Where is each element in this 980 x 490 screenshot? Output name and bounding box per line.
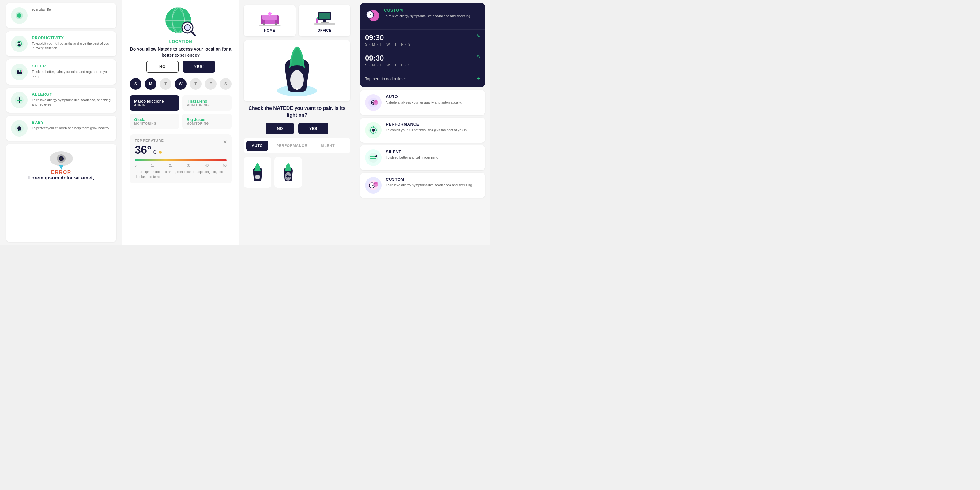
loc-card-office[interactable]: OFFICE <box>299 5 350 37</box>
temp-label: TEMPERATURE <box>135 139 227 142</box>
svg-rect-74 <box>370 158 376 159</box>
right-mode-custom[interactable]: CUSTOM To relieve allergy symptoms like … <box>360 173 485 198</box>
alarm-item-1: ✎ 09:30 S · M · T · W · T · F · S <box>360 29 485 50</box>
device-small-1 <box>244 157 271 188</box>
day-M[interactable]: M <box>145 78 156 90</box>
day-T2[interactable]: T <box>190 78 202 90</box>
silent-mode-title: SILENT <box>386 150 438 154</box>
tab-silent[interactable]: SILENT <box>315 140 340 151</box>
performance-mode-icon <box>365 122 382 138</box>
no-button[interactable]: NO <box>146 60 178 73</box>
user-role-nazareno: MONITORING <box>186 103 227 107</box>
user-card-giuda[interactable]: Giuda MONITORING <box>130 114 179 129</box>
tab-performance[interactable]: PERFORMANCE <box>271 140 313 151</box>
silent-mode-icon <box>365 150 382 166</box>
mode-card-sleep[interactable]: SLEEP To sleep better, calm your mind an… <box>6 59 116 84</box>
performance-mode-desc: To exploit your full potential and give … <box>386 128 467 132</box>
svg-point-67 <box>372 129 375 132</box>
tab-auto[interactable]: AUTO <box>246 140 268 151</box>
allergy-icon <box>11 92 27 108</box>
temp-unit: C <box>153 150 157 155</box>
globe-icon <box>162 6 199 37</box>
auto-mode-icon <box>365 94 382 111</box>
panel-right-modes: CUSTOM To relieve allergy symptoms like … <box>355 0 490 245</box>
user-card-marco[interactable]: Marco Miccichè ADMIN <box>130 95 179 111</box>
custom-mode-icon <box>365 177 382 194</box>
alarm-days-2: S · M · T · W · T · F · S <box>365 63 480 67</box>
user-name-nazareno: Il nazareno <box>186 99 227 103</box>
productivity-desc: To exploit your full potential and give … <box>32 41 111 51</box>
panel-modes-list: everyday life PRODUCTIVITY To exploit yo… <box>0 0 123 245</box>
mode-card-productivity[interactable]: PRODUCTIVITY To exploit your full potent… <box>6 31 116 56</box>
svg-point-20 <box>60 158 62 160</box>
auto-mode-desc: Natede analyses your air quality and aut… <box>386 100 464 105</box>
location-cards: HOME OFFICE <box>244 5 350 37</box>
svg-point-83 <box>375 181 377 184</box>
eye-error-icon <box>48 150 75 170</box>
svg-rect-40 <box>323 20 326 22</box>
alarm-edit-1[interactable]: ✎ <box>477 33 480 38</box>
pair-yes-button[interactable]: YES <box>298 123 328 134</box>
add-timer-row[interactable]: Tap here to add a timer + <box>360 70 485 87</box>
custom-header-icon <box>365 8 380 24</box>
users-grid: Marco Miccichè ADMIN Il nazareno MONITOR… <box>130 95 232 129</box>
location-buttons: NO YES! <box>130 60 232 73</box>
day-S1[interactable]: S <box>130 78 142 90</box>
svg-rect-43 <box>317 17 318 19</box>
sleep-title: SLEEP <box>32 64 111 68</box>
add-timer-plus-icon[interactable]: + <box>476 75 480 83</box>
day-F[interactable]: F <box>205 78 216 90</box>
mode-card-cutoff: everyday life <box>6 3 116 28</box>
svg-point-69 <box>376 130 377 131</box>
custom-mode-desc2: To relieve allergy symptoms like headach… <box>386 183 472 188</box>
temp-close-button[interactable]: ✕ <box>223 139 227 145</box>
alarm-edit-2[interactable]: ✎ <box>477 54 480 59</box>
pair-no-button[interactable]: NO <box>266 123 294 134</box>
day-T1[interactable]: T <box>160 78 172 90</box>
error-card: ERROR Lorem ipsum dolor sit amet, <box>6 144 116 242</box>
add-timer-text: Tap here to add a timer <box>365 76 406 81</box>
productivity-icon <box>11 35 27 52</box>
pairing-buttons: NO YES <box>244 123 350 134</box>
mode-tabs: AUTO PERFORMANCE SILENT <box>244 138 350 153</box>
day-S2[interactable]: S <box>220 78 232 90</box>
baby-title: BABY <box>32 120 111 125</box>
loc-office-title: OFFICE <box>318 29 332 32</box>
svg-rect-42 <box>317 18 318 23</box>
temp-bar <box>135 159 227 161</box>
location-title: LOCATION <box>169 39 192 44</box>
svg-point-49 <box>255 175 260 180</box>
temp-desc: Lorem ipsum dolor sit amet, consectetur … <box>135 170 227 179</box>
svg-point-1 <box>17 13 21 18</box>
pairing-question: Check the NATEDE you want to pair. Is it… <box>244 105 350 119</box>
device-small-2 <box>274 157 302 188</box>
right-mode-auto[interactable]: AUTO Natede analyses your air quality an… <box>360 90 485 115</box>
svg-rect-39 <box>320 13 330 19</box>
temperature-card: ✕ TEMPERATURE 36° C 01020304050 Lorem ip… <box>130 134 232 183</box>
temp-value-row: 36° C <box>135 144 227 156</box>
svg-point-2 <box>15 40 24 48</box>
right-mode-performance[interactable]: PERFORMANCE To exploit your full potenti… <box>360 118 485 143</box>
svg-point-77 <box>375 155 376 156</box>
sleep-desc: To sleep better, calm your mind and rege… <box>32 70 111 79</box>
user-card-nazareno[interactable]: Il nazareno MONITORING <box>182 95 232 111</box>
mode-card-baby[interactable]: BABY To protect your children and help t… <box>6 116 116 141</box>
svg-marker-21 <box>59 165 64 170</box>
svg-rect-13 <box>16 100 22 101</box>
alarm-time-1: 09:30 <box>365 33 480 42</box>
user-name-giuda: Giuda <box>134 117 175 122</box>
svg-rect-73 <box>370 156 375 158</box>
alarm-time-2: 09:30 <box>365 54 480 62</box>
mode-card-allergy[interactable]: ALLERGY To relieve allergy symptoms like… <box>6 88 116 113</box>
right-mode-silent[interactable]: SILENT To sleep better and calm your min… <box>360 145 485 170</box>
yes-button[interactable]: YES! <box>183 60 215 73</box>
user-name-bigjesus: Big Jesus <box>186 117 227 122</box>
loc-card-home[interactable]: HOME <box>244 5 296 37</box>
svg-rect-41 <box>321 22 329 23</box>
temp-indicator <box>159 151 162 154</box>
day-W[interactable]: W <box>175 78 186 90</box>
allergy-title: ALLERGY <box>32 92 111 97</box>
user-card-bigjesus[interactable]: Big Jesus MONITORING <box>182 114 232 129</box>
svg-point-70 <box>373 126 374 128</box>
silent-mode-desc: To sleep better and calm your mind <box>386 155 438 160</box>
